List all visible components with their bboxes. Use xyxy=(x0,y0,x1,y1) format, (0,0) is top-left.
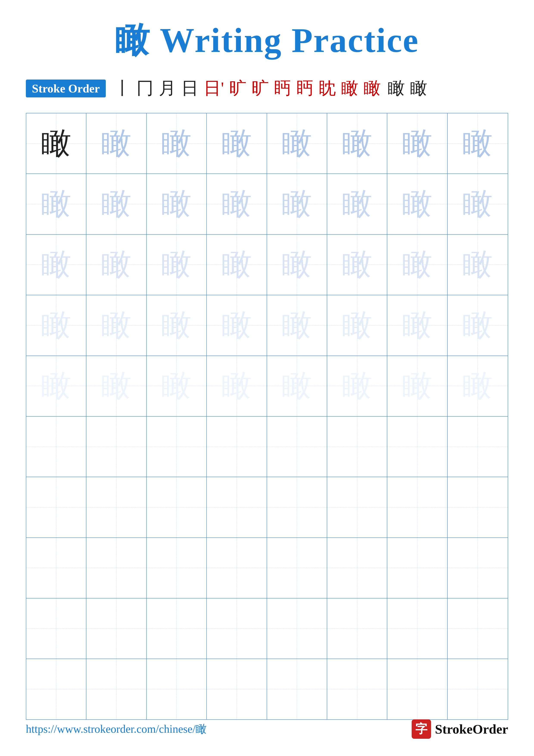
empty-grid-cell[interactable] xyxy=(207,477,267,537)
empty-grid-cell[interactable] xyxy=(26,477,87,537)
empty-grid-cell[interactable] xyxy=(87,417,146,477)
grid-cell: 瞰 xyxy=(147,174,207,234)
empty-grid-cell[interactable] xyxy=(387,538,447,598)
practice-row-4: 瞰瞰瞰瞰瞰瞰瞰瞰 xyxy=(26,356,508,417)
cell-character: 瞰 xyxy=(101,305,131,346)
cell-character: 瞰 xyxy=(282,184,312,225)
cell-character: 瞰 xyxy=(463,184,493,225)
empty-grid-cell[interactable] xyxy=(267,417,327,477)
cell-character: 瞰 xyxy=(282,123,312,164)
empty-grid-cell[interactable] xyxy=(267,538,327,598)
empty-grid-cell[interactable] xyxy=(447,417,508,477)
grid-cell: 瞰 xyxy=(26,113,87,174)
empty-grid-cell[interactable] xyxy=(87,538,146,598)
empty-grid-cell[interactable] xyxy=(26,538,87,598)
practice-row-1: 瞰瞰瞰瞰瞰瞰瞰瞰 xyxy=(26,174,508,234)
cell-character: 瞰 xyxy=(282,365,312,406)
empty-grid-cell[interactable] xyxy=(207,538,267,598)
cell-character: 瞰 xyxy=(342,184,372,225)
cell-character: 瞰 xyxy=(402,244,432,285)
grid-cell: 瞰 xyxy=(447,356,508,416)
empty-grid-cell[interactable] xyxy=(147,417,207,477)
empty-grid-cell[interactable] xyxy=(447,477,508,537)
cell-character: 瞰 xyxy=(41,365,71,406)
grid-cell: 瞰 xyxy=(267,356,327,416)
empty-grid-cell[interactable] xyxy=(26,417,87,477)
empty-grid-cell[interactable] xyxy=(327,417,387,477)
cell-character: 瞰 xyxy=(463,123,493,164)
stroke-step-4: 日 xyxy=(181,77,198,100)
grid-cell: 瞰 xyxy=(26,174,87,234)
practice-row-2: 瞰瞰瞰瞰瞰瞰瞰瞰 xyxy=(26,235,508,295)
cell-character: 瞰 xyxy=(222,365,252,406)
empty-grid-cell[interactable] xyxy=(87,599,146,659)
empty-grid-cell[interactable] xyxy=(26,659,87,719)
cell-character: 瞰 xyxy=(101,244,131,285)
grid-cell: 瞰 xyxy=(447,174,508,234)
cell-character: 瞰 xyxy=(41,123,71,164)
cell-character: 瞰 xyxy=(41,184,71,225)
empty-grid-cell[interactable] xyxy=(387,659,447,719)
empty-grid-cell[interactable] xyxy=(207,599,267,659)
cell-character: 瞰 xyxy=(161,184,191,225)
cell-character: 瞰 xyxy=(402,365,432,406)
grid-cell: 瞰 xyxy=(147,356,207,416)
empty-grid-cell[interactable] xyxy=(267,659,327,719)
cell-character: 瞰 xyxy=(41,305,71,346)
grid-cell: 瞰 xyxy=(387,113,447,174)
empty-grid-cell[interactable] xyxy=(147,659,207,719)
cell-character: 瞰 xyxy=(101,365,131,406)
grid-cell: 瞰 xyxy=(147,295,207,355)
empty-row-0 xyxy=(26,417,508,477)
grid-cell: 瞰 xyxy=(447,295,508,355)
empty-grid-cell[interactable] xyxy=(387,599,447,659)
cell-character: 瞰 xyxy=(342,123,372,164)
practice-grid: 瞰瞰瞰瞰瞰瞰瞰瞰瞰瞰瞰瞰瞰瞰瞰瞰瞰瞰瞰瞰瞰瞰瞰瞰瞰瞰瞰瞰瞰瞰瞰瞰瞰瞰瞰瞰瞰瞰瞰瞰 xyxy=(26,113,508,720)
cell-character: 瞰 xyxy=(463,365,493,406)
empty-grid-cell[interactable] xyxy=(327,538,387,598)
grid-cell: 瞰 xyxy=(387,174,447,234)
empty-grid-cell[interactable] xyxy=(26,599,87,659)
empty-grid-cell[interactable] xyxy=(327,659,387,719)
empty-grid-cell[interactable] xyxy=(147,599,207,659)
empty-grid-cell[interactable] xyxy=(147,477,207,537)
stroke-step-14: 瞰 xyxy=(410,77,427,100)
empty-grid-cell[interactable] xyxy=(447,538,508,598)
cell-character: 瞰 xyxy=(41,244,71,285)
empty-grid-cell[interactable] xyxy=(207,659,267,719)
empty-grid-cell[interactable] xyxy=(207,417,267,477)
grid-cell: 瞰 xyxy=(207,235,267,295)
empty-grid-cell[interactable] xyxy=(387,417,447,477)
grid-cell: 瞰 xyxy=(87,235,146,295)
empty-grid-cell[interactable] xyxy=(447,599,508,659)
grid-cell: 瞰 xyxy=(387,356,447,416)
empty-grid-cell[interactable] xyxy=(447,659,508,719)
cell-character: 瞰 xyxy=(161,365,191,406)
grid-cell: 瞰 xyxy=(87,295,146,355)
grid-cell: 瞰 xyxy=(87,113,146,174)
empty-grid-cell[interactable] xyxy=(387,477,447,537)
stroke-step-5: 日' xyxy=(204,77,224,100)
empty-grid-cell[interactable] xyxy=(327,477,387,537)
empty-grid-cell[interactable] xyxy=(327,599,387,659)
cell-character: 瞰 xyxy=(101,123,131,164)
stroke-step-13: 瞰 xyxy=(388,77,405,100)
stroke-step-2: 冂 xyxy=(136,77,154,100)
empty-grid-cell[interactable] xyxy=(267,599,327,659)
stroke-step-6: 旷 xyxy=(229,77,246,100)
empty-grid-cell[interactable] xyxy=(267,477,327,537)
practice-row-3: 瞰瞰瞰瞰瞰瞰瞰瞰 xyxy=(26,295,508,356)
empty-grid-cell[interactable] xyxy=(147,538,207,598)
stroke-order-section: Stroke Order 丨 冂 月 日 日' 旷 旷 眄 眄 眈 瞰 瞰 瞰 … xyxy=(26,77,508,100)
empty-grid-cell[interactable] xyxy=(87,659,146,719)
empty-row-3 xyxy=(26,599,508,659)
cell-character: 瞰 xyxy=(222,184,252,225)
grid-cell: 瞰 xyxy=(147,235,207,295)
cell-character: 瞰 xyxy=(161,305,191,346)
cell-character: 瞰 xyxy=(222,123,252,164)
grid-cell: 瞰 xyxy=(207,356,267,416)
footer-logo-icon: 字 xyxy=(412,719,431,739)
cell-character: 瞰 xyxy=(222,305,252,346)
empty-grid-cell[interactable] xyxy=(87,477,146,537)
cell-character: 瞰 xyxy=(282,305,312,346)
